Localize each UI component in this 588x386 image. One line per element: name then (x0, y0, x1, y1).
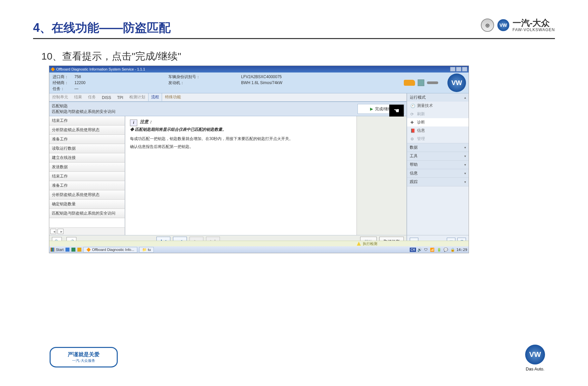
car-icon (404, 80, 415, 86)
vin-value: LFV2A2BSXC4000075 (241, 74, 282, 79)
quicklaunch-icon[interactable] (71, 248, 75, 252)
gauge-icon: 🕙 (410, 104, 415, 108)
step-title: 匹配钥匙 (52, 103, 404, 109)
titlebar: 🔶 Offboard Diagnostic Information System… (49, 66, 469, 72)
list-scroll-buttons: ◄ ► (49, 228, 125, 235)
das-auto-text: Das Auto. (525, 366, 545, 371)
vw-logo-bottom: VW Das Auto. (525, 345, 545, 371)
tab-results[interactable]: 结果 (71, 93, 85, 101)
slide-title: 4、在线功能——防盗匹配 (33, 20, 171, 36)
quicklaunch-icon[interactable] (77, 248, 81, 252)
window-buttons[interactable] (450, 67, 467, 72)
maximize-icon[interactable] (456, 67, 461, 72)
list-item[interactable]: 读取运行数据 (49, 144, 125, 153)
section-tools[interactable]: 工具▾ (407, 152, 469, 160)
mode-item-diagnosis[interactable]: ✚诊断 (407, 118, 469, 126)
list-item[interactable]: 准备工作 (49, 181, 125, 190)
info-icon: i (130, 120, 137, 126)
app-window: 🔶 Offboard Diagnostic Information System… (49, 66, 469, 253)
list-item[interactable]: 匹配钥匙与防盗锁止系统的安全访问 (49, 209, 125, 218)
step-list[interactable]: 结束工作 分析防盗锁止系统使用状态 准备工作 读取运行数据 建立在线连接 发送数… (49, 116, 125, 235)
list-item[interactable]: 建立在线连接 (49, 153, 125, 163)
refresh-icon: ⟳ (410, 112, 415, 117)
tray-lang[interactable]: CH (410, 248, 416, 252)
tab-control-unit[interactable]: 控制单元 (49, 93, 71, 101)
hand-cursor-icon: ☚ (389, 105, 404, 117)
section-data[interactable]: 数据▾ (407, 143, 469, 152)
status-strip: 执行检测 (49, 241, 469, 246)
tab-special[interactable]: 特殊功能 (162, 93, 184, 101)
task-label: 任务： (53, 86, 72, 92)
vw-logo-icon: VW (497, 19, 509, 31)
close-icon[interactable] (462, 67, 467, 72)
importer-value: 758 (74, 74, 81, 79)
list-item[interactable]: 分析防盗锁止系统使用状态 (49, 125, 125, 135)
main-tabs: 控制单元 结果 任务 DISS TPI 检测计划 流程 特殊功能 (49, 93, 406, 102)
right-margin-column (357, 116, 406, 235)
tab-diss[interactable]: DISS (99, 94, 114, 101)
tab-test-plan[interactable]: 检测计划 (126, 93, 148, 101)
mode-item-measure[interactable]: 🕙测量技术 (407, 102, 469, 110)
list-item[interactable]: 确定钥匙数量 (49, 200, 125, 209)
status-text: 执行检测 (363, 241, 377, 246)
mode-item-manage[interactable]: ⚙管理 (407, 135, 469, 143)
note-bullet: ◆ 匹配钥匙期间将显示组合仪表中已匹配的钥匙数量。 (130, 127, 352, 132)
section-info[interactable]: 信息▾ (407, 169, 469, 177)
tab-tpi[interactable]: TPI (114, 94, 126, 101)
quicklaunch-icon[interactable] (65, 248, 69, 252)
dealer-value: 12200 (74, 80, 85, 85)
brand-cn: 一汽-大众 (513, 18, 555, 28)
importer-label: 进口商： (53, 74, 72, 80)
service-badge: 严谨就是关爱 一汽-大众服务 (50, 347, 118, 367)
titlebar-text: 🔶 Offboard Diagnostic Information System… (51, 67, 145, 72)
book-icon: 📕 (410, 128, 415, 133)
list-item[interactable]: 结束工作 (49, 172, 125, 181)
tab-flow[interactable]: 流程 (148, 93, 162, 101)
instruction-line-2: 确认信息报告后将匹配第一把钥匙。 (130, 144, 352, 150)
list-item[interactable]: 结束工作 (49, 116, 125, 125)
note-label: 注意： (140, 119, 153, 124)
scroll-left-button[interactable]: ◄ (50, 229, 56, 234)
slide-subtitle: 10、查看提示，点击"完成/继续" (41, 50, 181, 63)
section-help[interactable]: 帮助▾ (407, 161, 469, 169)
vehicle-info-bar: 进口商：758 经销商：12200 任务：— 车辆身份识别号： 发动机： LFV… (49, 72, 469, 93)
faw-logo-icon: ◎ (481, 19, 494, 32)
chevron-down-icon: ▾ (464, 180, 466, 184)
chevron-down-icon: ▾ (464, 163, 466, 167)
task-button[interactable]: 📁 tu (139, 247, 154, 253)
engine-value: BWH 1.6L Simos/74kW (241, 80, 282, 85)
list-item[interactable]: 分析防盗锁止系统使用状态 (49, 190, 125, 200)
start-button[interactable]: Start (51, 248, 63, 252)
badge-text: 严谨就是关爱 (68, 351, 100, 358)
list-item[interactable]: 发送数据 (49, 163, 125, 172)
warning-icon (357, 242, 361, 246)
instruction-content: i 注意： ◆ 匹配钥匙期间将显示组合仪表中已匹配的钥匙数量。 每成功匹配一把钥… (125, 116, 357, 235)
windows-icon (51, 248, 55, 252)
chevron-down-icon: ▾ (464, 146, 466, 149)
system-tray[interactable]: CH 🔊 🛡 📶 🔋 💬 🔒 14:29 (410, 248, 468, 252)
mode-item-refresh[interactable]: ⟳刷新 (407, 110, 469, 118)
brand-en: FAW-VOLKSWAGEN (513, 28, 555, 32)
vw-logo-icon: VW (525, 345, 545, 364)
vin-label: 车辆身份识别号： (168, 74, 200, 80)
chevron-down-icon: ▾ (464, 171, 466, 175)
chevron-up-icon: ▴ (464, 96, 466, 99)
task-value: — (74, 86, 78, 91)
mode-item-info[interactable]: 📕信息 (407, 126, 469, 135)
tray-icons[interactable]: 🔊 🛡 📶 🔋 💬 🔒 (417, 248, 455, 252)
key-icon (427, 81, 438, 84)
slide-rule (33, 38, 555, 39)
minimize-icon[interactable] (450, 67, 455, 72)
diagnosis-icon: ✚ (410, 120, 415, 125)
mode-section-head[interactable]: 运行模式▴ (407, 93, 469, 102)
list-item[interactable]: 准备工作 (49, 135, 125, 144)
instruction-line-1: 每成功匹配一把钥匙，钥匙数量就会增加。在30秒内，用接下来要匹配的钥匙打开点火开… (130, 136, 352, 142)
tab-tasks[interactable]: 任务 (85, 93, 99, 101)
task-button[interactable]: 🔶 Offboard Diagnostic Info... (83, 247, 137, 253)
section-trace[interactable]: 跟踪▾ (407, 178, 469, 186)
scroll-right-button[interactable]: ► (58, 229, 63, 234)
dealer-label: 经销商： (53, 80, 72, 86)
step-header: 匹配钥匙 匹配钥匙与防盗锁止系统的安全访问 ▶ 完成/继续 ☚ (49, 102, 406, 116)
play-icon: ▶ (370, 107, 373, 111)
tray-time: 14:29 (456, 248, 467, 252)
